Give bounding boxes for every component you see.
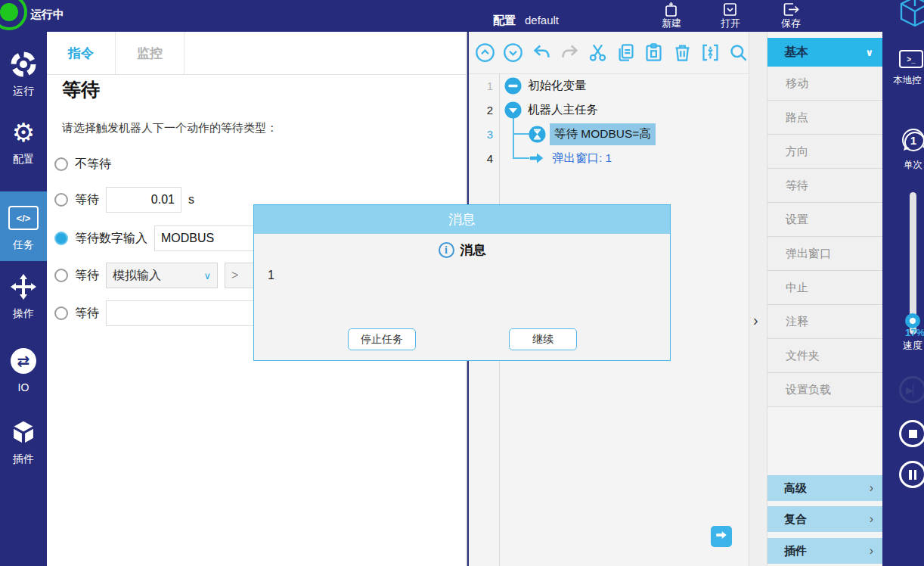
run-status-icon <box>0 0 27 30</box>
section-label: 复合 <box>784 512 807 527</box>
tree-toolbar <box>469 32 749 74</box>
pause-icon <box>909 470 912 480</box>
cut-button[interactable] <box>588 42 608 64</box>
new-button[interactable]: 新建 <box>649 0 694 32</box>
brand-logo-icon <box>898 0 924 33</box>
section-label: 高级 <box>784 481 807 496</box>
line-number: 4 <box>469 152 493 165</box>
tab-bar: 指令 监控 <box>47 32 466 75</box>
search-icon[interactable] <box>728 42 749 64</box>
single-run-icon[interactable]: 1 <box>902 129 924 151</box>
tree-row[interactable]: 4 弹出窗口: 1 <box>469 146 749 170</box>
message-dialog: 消息 i 消息 1 停止任务 继续 <box>253 204 671 361</box>
sidebar-item-run[interactable]: 运行 <box>0 48 47 112</box>
instr-item-folder[interactable]: 文件夹 <box>767 339 882 373</box>
instr-item-wait[interactable]: 等待 <box>767 169 882 203</box>
instr-item-abort[interactable]: 中止 <box>767 271 882 305</box>
wait-seconds-input[interactable]: 0.01 <box>106 187 181 213</box>
gear-icon: ⚙ <box>0 117 47 148</box>
run-status-label: 运行中 <box>30 8 64 22</box>
dialog-heading: i 消息 <box>254 241 670 259</box>
chevron-right-icon: › <box>870 512 873 526</box>
open-label: 打开 <box>708 18 753 28</box>
run-icon <box>0 48 47 80</box>
form-description: 请选择触发机器人下一个动作的等待类型： <box>62 121 278 135</box>
code-icon: </> <box>0 202 47 234</box>
redo-button[interactable] <box>560 42 580 64</box>
radio-wait-expression[interactable] <box>54 306 68 320</box>
next-step-button[interactable] <box>711 526 732 547</box>
expand-panel-handle[interactable]: › <box>753 312 758 329</box>
instr-item-set[interactable]: 设置 <box>767 203 882 237</box>
collapse-all-button[interactable] <box>700 42 721 64</box>
sidebar-item-config[interactable]: ⚙ 配置 <box>0 117 47 180</box>
sidebar-item-label: IO <box>0 381 47 393</box>
arrow-right-icon <box>715 528 728 545</box>
sidebar-item-label: 配置 <box>0 153 47 166</box>
tree-node-label: 初始化变量 <box>528 78 587 94</box>
continue-button[interactable]: 继续 <box>509 328 577 350</box>
sidebar-item-label: 操作 <box>0 307 47 321</box>
section-label: 插件 <box>784 544 807 558</box>
radio-wait-digital[interactable] <box>54 232 68 245</box>
panel-collapse-strip: › <box>749 32 767 566</box>
instr-item-comment[interactable]: 注释 <box>767 305 882 339</box>
delete-button[interactable] <box>671 42 692 64</box>
instr-item-popup[interactable]: 弹出窗口 <box>767 237 882 271</box>
move-up-button[interactable] <box>475 42 495 64</box>
sidebar-item-io[interactable]: ⇄ IO <box>0 345 47 409</box>
sidebar-item-task[interactable]: </> 任务 <box>0 191 47 261</box>
tab-instruction[interactable]: 指令 <box>47 32 116 74</box>
tree-row[interactable]: 2 机器人主任务 <box>469 98 749 122</box>
pause-button[interactable] <box>899 461 924 488</box>
instr-item-move[interactable]: 移动 <box>767 67 882 101</box>
copy-button[interactable] <box>615 42 636 64</box>
page-title: 等待 <box>62 77 100 102</box>
instr-item-payload[interactable]: 设置负载 <box>767 373 882 407</box>
sidebar-item-plugin[interactable]: 插件 <box>0 416 47 480</box>
sidebar-item-label: 任务 <box>0 238 47 252</box>
undo-button[interactable] <box>531 42 551 64</box>
stop-button[interactable] <box>899 420 924 447</box>
line-number: 3 <box>469 128 493 141</box>
tree-row-selected[interactable]: 3 等待 MODBUS=高 <box>469 122 749 146</box>
instr-item-direction[interactable]: 方向 <box>767 135 882 169</box>
chevron-right-icon: › <box>870 481 873 495</box>
sidebar-item-operate[interactable]: 操作 <box>0 271 47 334</box>
analog-source-select[interactable]: 模拟输入 ∨ <box>106 263 218 288</box>
config-value: default <box>525 14 559 26</box>
option-label: 等待数字输入 <box>75 231 147 247</box>
radio-wait-analog[interactable] <box>54 269 68 282</box>
expanded-node-icon[interactable] <box>504 101 522 119</box>
radio-wait-time[interactable] <box>54 193 68 207</box>
section-composite[interactable]: 复合 › <box>767 506 882 532</box>
tab-monitor[interactable]: 监控 <box>116 32 184 74</box>
step-button[interactable]: ▶▏ <box>899 376 924 403</box>
save-button[interactable]: 保存 <box>768 0 814 32</box>
analog-source-value: 模拟输入 <box>113 268 161 284</box>
tree-row[interactable]: 1 初始化变量 <box>469 73 749 98</box>
top-bar: 运行中 配置default 新建 打开 保存 <box>0 0 924 32</box>
move-down-button[interactable] <box>503 42 523 64</box>
dialog-heading-text: 消息 <box>460 241 486 259</box>
chevron-right-icon: › <box>870 544 873 558</box>
radio-no-wait[interactable] <box>54 157 68 171</box>
speed-slider-thumb[interactable] <box>905 313 920 328</box>
section-plugin[interactable]: 插件 › <box>767 538 882 564</box>
instr-item-waypoint[interactable]: 路点 <box>767 101 882 135</box>
section-basic[interactable]: 基本 ∨ <box>767 38 882 67</box>
collapsed-node-icon[interactable] <box>504 77 522 95</box>
chevron-down-icon: ∨ <box>865 47 873 58</box>
section-advanced[interactable]: 高级 › <box>767 475 882 501</box>
open-button[interactable]: 打开 <box>708 0 753 32</box>
dialog-message: 1 <box>268 269 274 282</box>
single-run-label: 单次 <box>904 159 922 172</box>
paste-button[interactable] <box>643 42 664 64</box>
chevron-down-icon: ∨ <box>203 270 211 281</box>
dialog-title-bar: 消息 <box>254 205 670 234</box>
move-cross-icon <box>0 271 47 303</box>
stop-task-button[interactable]: 停止任务 <box>348 328 416 350</box>
save-label: 保存 <box>768 18 814 28</box>
local-control-icon[interactable]: >_ <box>899 50 923 68</box>
config-indicator: 配置default <box>493 14 559 28</box>
